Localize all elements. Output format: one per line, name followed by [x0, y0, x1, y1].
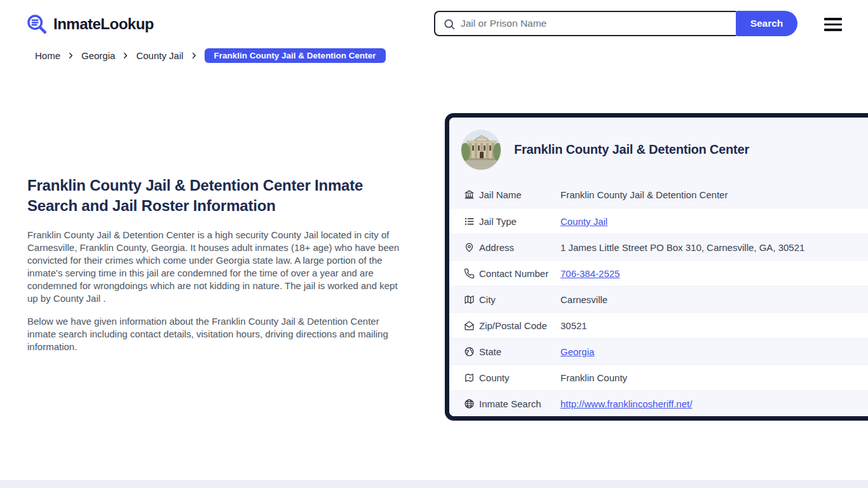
search-icon: [443, 18, 456, 30]
hamburger-menu-icon[interactable]: [824, 18, 842, 31]
magnifier-logo-icon: [26, 13, 48, 35]
breadcrumb-home[interactable]: Home: [35, 50, 60, 61]
row-label: Inmate Search: [479, 398, 560, 409]
footer-strip: [0, 480, 868, 488]
article: Franklin County Jail & Detention Center …: [27, 175, 409, 363]
card-header: Franklin County Jail & Detention Center: [449, 118, 868, 182]
chevron-right-icon: [67, 52, 74, 59]
county-map-icon: [464, 372, 475, 383]
open-envelope-icon: [464, 320, 475, 331]
jail-info-card: Franklin County Jail & Detention Center …: [445, 113, 868, 421]
brand-name: InmateLookup: [53, 15, 154, 33]
row-value: 30521: [560, 320, 587, 331]
earth-icon: [464, 346, 475, 357]
breadcrumb-county-jail[interactable]: County Jail: [136, 50, 183, 61]
row-label: Contact Number: [479, 268, 560, 279]
row-label: Jail Type: [479, 216, 560, 227]
info-row-address: Address 1 James Little Street PO Box 310…: [449, 234, 868, 260]
globe-icon: [464, 398, 475, 409]
breadcrumb-current-badge: Franklin County Jail & Detention Center: [205, 48, 386, 63]
info-row-contact-number: Contact Number 706-384-2525: [449, 260, 868, 286]
row-label: Address: [479, 242, 560, 253]
state-link[interactable]: Georgia: [560, 346, 594, 357]
page-title: Franklin County Jail & Detention Center …: [27, 175, 409, 216]
contact-number-link[interactable]: 706-384-2525: [560, 268, 620, 279]
info-row-city: City Carnesville: [449, 286, 868, 312]
info-row-county: County Franklin County: [449, 364, 868, 390]
inmate-search-link[interactable]: http://www.franklincosheriff.net/: [560, 398, 692, 409]
card-title: Franklin County Jail & Detention Center: [514, 142, 749, 157]
info-row-inmate-search: Inmate Search http://www.franklincosheri…: [449, 390, 868, 416]
row-value: 1 James Little Street PO Box 310, Carnes…: [560, 242, 804, 253]
map-icon: [464, 294, 475, 305]
jail-building-photo: [461, 130, 501, 170]
search-button[interactable]: Search: [736, 11, 797, 36]
row-value: Carnesville: [560, 294, 607, 305]
jail-type-link[interactable]: County Jail: [560, 216, 607, 227]
chevron-right-icon: [122, 52, 129, 59]
top-header: InmateLookup Search: [0, 0, 868, 48]
row-label: Zip/Postal Code: [479, 320, 560, 331]
row-label: Jail Name: [479, 189, 560, 200]
row-label: State: [479, 346, 560, 357]
search-form: Search: [434, 11, 797, 36]
article-paragraph: Franklin County Jail & Detention Center …: [27, 229, 409, 305]
search-input[interactable]: [435, 12, 736, 35]
row-label: County: [479, 372, 560, 383]
breadcrumb: Home Georgia County Jail Franklin County…: [35, 48, 386, 63]
info-row-zip: Zip/Postal Code 30521: [449, 312, 868, 338]
article-paragraph: Below we have given information about th…: [27, 315, 409, 353]
chevron-right-icon: [191, 52, 198, 59]
info-row-jail-name: Jail Name Franklin County Jail & Detenti…: [449, 182, 868, 208]
row-value: Franklin County: [560, 372, 627, 383]
bank-icon: [464, 189, 475, 200]
map-pin-icon: [464, 242, 475, 253]
row-value: Franklin County Jail & Detention Center: [560, 189, 728, 200]
breadcrumb-georgia[interactable]: Georgia: [81, 50, 115, 61]
row-label: City: [479, 294, 560, 305]
brand-logo[interactable]: InmateLookup: [26, 13, 154, 35]
info-row-state: State Georgia: [449, 338, 868, 364]
info-row-jail-type: Jail Type County Jail: [449, 208, 868, 234]
list-icon: [464, 216, 475, 227]
search-box: [434, 11, 736, 36]
phone-icon: [464, 268, 475, 279]
